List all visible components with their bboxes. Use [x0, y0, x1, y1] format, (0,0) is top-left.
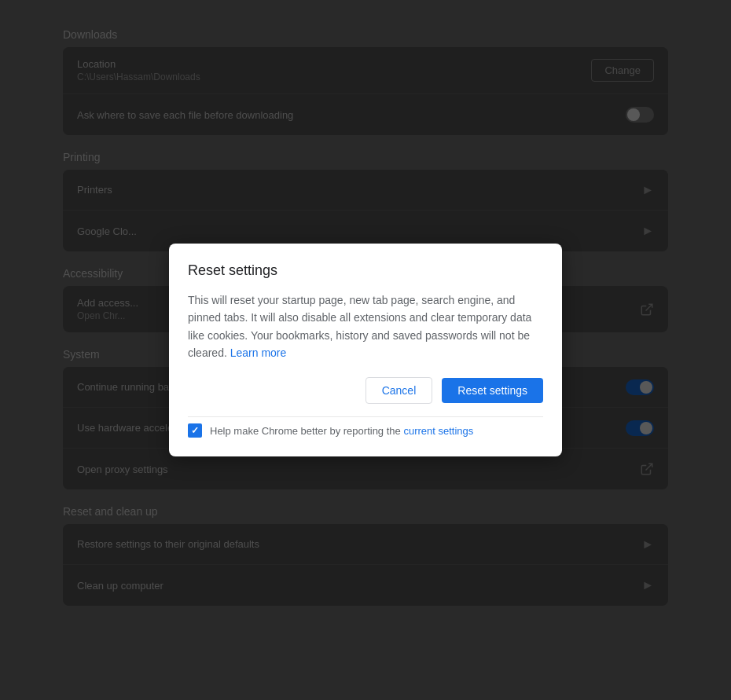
reset-settings-dialog: Reset settings This will reset your star… [169, 244, 562, 457]
cancel-button[interactable]: Cancel [366, 377, 433, 404]
dialog-actions: Cancel Reset settings [188, 377, 543, 404]
modal-overlay[interactable]: Reset settings This will reset your star… [0, 0, 731, 700]
dialog-footer: Help make Chrome better by reporting the… [188, 416, 543, 438]
footer-text: Help make Chrome better by reporting the… [210, 425, 473, 437]
reset-settings-button[interactable]: Reset settings [442, 378, 543, 403]
footer-text-prefix: Help make Chrome better by reporting the [210, 425, 401, 437]
learn-more-link[interactable]: Learn more [230, 346, 287, 359]
help-chrome-checkbox[interactable] [188, 423, 202, 438]
current-settings-link[interactable]: current settings [403, 425, 473, 437]
page-container: Downloads Location C:\Users\Hassam\Downl… [0, 0, 731, 700]
dialog-title: Reset settings [188, 262, 543, 279]
dialog-body: This will reset your startup page, new t… [188, 291, 543, 362]
